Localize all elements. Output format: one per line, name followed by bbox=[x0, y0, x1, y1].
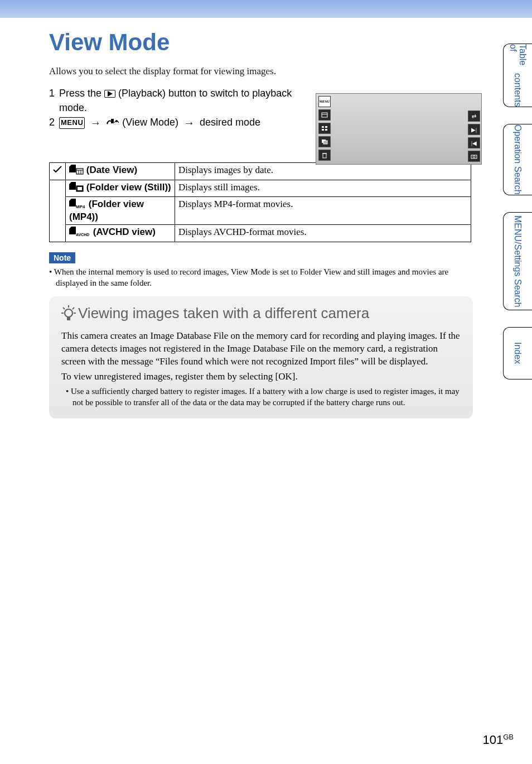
tip-paragraph-2: To view unregistered images, register th… bbox=[61, 371, 461, 383]
preview-next-icon: ▶| bbox=[468, 124, 480, 135]
svg-rect-28 bbox=[325, 126, 327, 128]
preview-right-icons: ⇄ ▶| |◀ bbox=[468, 110, 480, 162]
row-label: (AVCHD view) bbox=[90, 227, 156, 237]
step-2-body: MENU → (View Mode) → desired mode bbox=[59, 115, 306, 131]
preview-calendar-icon bbox=[318, 109, 331, 121]
svg-rect-33 bbox=[323, 153, 326, 158]
step-1: 1 Press the (Playback) button to switch … bbox=[49, 86, 306, 115]
lightbulb-icon bbox=[61, 305, 76, 322]
intro-text: Allows you to select the display format … bbox=[49, 66, 471, 77]
svg-rect-11 bbox=[78, 187, 82, 190]
preview-overlap-icon bbox=[318, 136, 331, 147]
svg-marker-3 bbox=[69, 165, 76, 167]
tip-box: Viewing images taken with a different ca… bbox=[49, 296, 473, 418]
tab-operation-search[interactable]: Operation Search bbox=[503, 124, 532, 195]
empty-check-cell bbox=[50, 180, 66, 242]
tab-index[interactable]: Index bbox=[503, 327, 532, 379]
row-desc: Displays images by date. bbox=[175, 163, 471, 180]
avchd-icon: AVCHD bbox=[69, 227, 90, 239]
check-icon bbox=[53, 166, 62, 174]
main-content: View Mode Allows you to select the displ… bbox=[0, 18, 471, 419]
svg-rect-15 bbox=[69, 229, 76, 234]
table-row: (Date View) Displays images by date. bbox=[50, 163, 471, 180]
view-mode-icon bbox=[106, 118, 122, 129]
tab-index-label: Index bbox=[513, 342, 523, 364]
svg-text:AVCHD: AVCHD bbox=[76, 233, 89, 237]
menu-button-icon: MENU bbox=[59, 117, 85, 129]
table-row: AVCHD (AVCHD view) Displays AVCHD-format… bbox=[50, 225, 471, 242]
preview-prev-icon: |◀ bbox=[468, 137, 480, 148]
tab-line-1: Table of bbox=[508, 44, 528, 70]
svg-text:MP4: MP4 bbox=[76, 204, 85, 209]
row-desc: Displays AVCHD-format movies. bbox=[175, 225, 471, 242]
note-text: • When the internal memory is used to re… bbox=[49, 266, 462, 289]
svg-rect-8 bbox=[69, 184, 76, 190]
note-heading: Note bbox=[49, 252, 75, 263]
svg-rect-4 bbox=[76, 169, 83, 174]
tab-line-2: Search bbox=[513, 279, 523, 307]
row-desc: Displays still images. bbox=[175, 180, 471, 197]
tab-line-2: Search bbox=[513, 166, 523, 195]
step-1-body: Press the (Playback) button to switch to… bbox=[59, 86, 306, 115]
screen-preview: MENU ⇄ ▶| |◀ bbox=[316, 93, 482, 165]
svg-rect-32 bbox=[323, 141, 327, 144]
svg-rect-30 bbox=[325, 129, 327, 131]
preview-grid-icon bbox=[318, 123, 331, 134]
steps-list: 1 Press the (Playback) button to switch … bbox=[49, 86, 306, 131]
preview-camera-icon bbox=[468, 151, 480, 162]
svg-rect-27 bbox=[322, 126, 324, 128]
step-1-text-a: Press the bbox=[59, 88, 104, 99]
svg-line-21 bbox=[63, 307, 65, 309]
svg-point-36 bbox=[473, 156, 475, 158]
svg-point-1 bbox=[115, 120, 118, 122]
step-2-number: 2 bbox=[49, 115, 59, 131]
tip-title-text: Viewing images taken with a different ca… bbox=[78, 305, 369, 322]
svg-marker-9 bbox=[69, 182, 76, 184]
svg-rect-19 bbox=[67, 317, 70, 320]
step-2-text-end: desired mode bbox=[197, 117, 260, 128]
svg-point-18 bbox=[65, 309, 72, 317]
folder-mp4-icon: MP4 bbox=[69, 199, 86, 212]
view-mode-table: (Date View) Displays images by date. (Fo… bbox=[49, 162, 471, 242]
step-2: 2 MENU → (View Mode) → desired mode bbox=[49, 115, 306, 131]
tip-paragraph-1: This camera creates an Image Database Fi… bbox=[61, 330, 461, 368]
arrow-right-icon: → bbox=[88, 117, 103, 129]
tip-bullet: • Use a sufficiently charged battery to … bbox=[61, 386, 461, 409]
check-cell bbox=[50, 163, 66, 180]
folder-still-icon bbox=[69, 182, 84, 195]
preview-left-icons: MENU bbox=[318, 96, 331, 161]
svg-rect-12 bbox=[69, 201, 76, 206]
side-tabs: Table of contents Operation Search MENU/… bbox=[503, 44, 532, 379]
page-number-value: 101 bbox=[482, 733, 503, 747]
page-number: 101GB bbox=[482, 733, 514, 747]
svg-rect-2 bbox=[69, 167, 76, 172]
row-label: (Folder view (Still)) bbox=[84, 182, 171, 193]
page-title: View Mode bbox=[49, 29, 471, 56]
svg-line-22 bbox=[72, 307, 74, 309]
svg-rect-29 bbox=[322, 129, 324, 131]
tab-line-1: MENU/Settings bbox=[513, 215, 523, 276]
table-row: MP4 (Folder view (MP4)) Displays MP4-for… bbox=[50, 197, 471, 225]
top-gradient-band bbox=[0, 0, 532, 18]
preview-menu-icon: MENU bbox=[318, 96, 331, 107]
row-desc: Displays MP4-format movies. bbox=[175, 197, 471, 225]
date-view-icon bbox=[69, 165, 84, 177]
tab-table-of-contents[interactable]: Table of contents bbox=[503, 44, 532, 107]
svg-marker-13 bbox=[69, 199, 76, 201]
svg-rect-25 bbox=[322, 113, 327, 117]
row-label: (Date View) bbox=[84, 165, 137, 175]
tab-menu-settings-search[interactable]: MENU/Settings Search bbox=[503, 212, 532, 310]
step-1-number: 1 bbox=[49, 86, 59, 115]
svg-marker-0 bbox=[108, 91, 113, 97]
tab-line-1: Operation bbox=[513, 124, 523, 164]
table-row: (Folder view (Still)) Displays still ima… bbox=[50, 180, 471, 197]
step-2-text-mid: (View Mode) bbox=[122, 117, 181, 128]
preview-arrows-icon: ⇄ bbox=[468, 110, 480, 122]
tab-line-2: contents bbox=[513, 73, 523, 107]
svg-marker-16 bbox=[69, 227, 76, 229]
playback-icon bbox=[104, 90, 115, 98]
page-number-suffix: GB bbox=[503, 733, 514, 741]
arrow-right-icon-2: → bbox=[181, 117, 197, 129]
tip-title: Viewing images taken with a different ca… bbox=[61, 305, 461, 322]
preview-trash-icon bbox=[318, 150, 331, 161]
